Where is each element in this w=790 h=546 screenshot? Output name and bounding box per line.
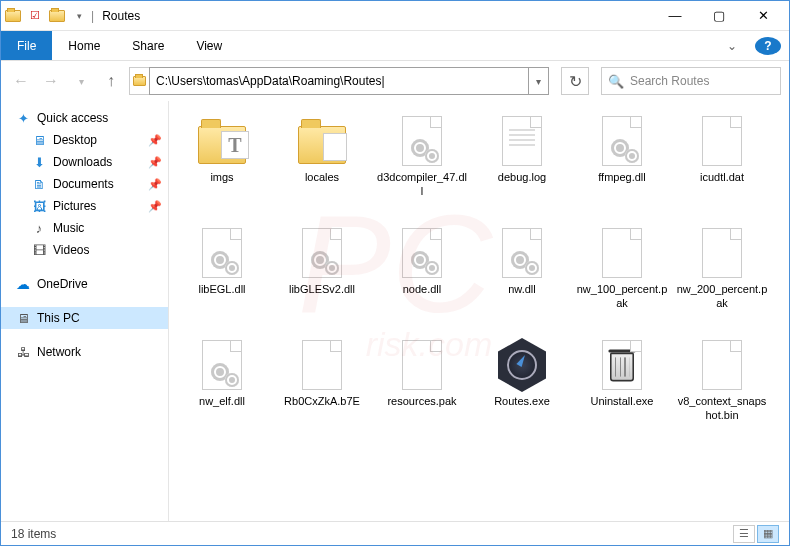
file-item[interactable]: v8_context_snapshot.bin bbox=[673, 335, 771, 443]
file-icon bbox=[196, 227, 248, 279]
sidebar-item-label: Documents bbox=[53, 177, 114, 191]
sidebar-item-onedrive[interactable]: ☁OneDrive bbox=[1, 273, 168, 295]
pin-icon: 📌 bbox=[148, 178, 162, 191]
status-bar: 18 items ☰ ▦ bbox=[1, 521, 789, 545]
file-item[interactable]: Uninstall.exe bbox=[573, 335, 671, 443]
file-icon bbox=[596, 339, 648, 391]
item-count: 18 items bbox=[11, 527, 56, 541]
file-item[interactable]: imgs bbox=[173, 111, 271, 219]
sidebar-item-quick-access[interactable]: ✦Quick access bbox=[1, 107, 168, 129]
file-item[interactable]: node.dll bbox=[373, 223, 471, 331]
file-item[interactable]: nw_elf.dll bbox=[173, 335, 271, 443]
recent-dropdown-icon[interactable]: ▾ bbox=[69, 69, 93, 93]
pin-icon: 📌 bbox=[148, 156, 162, 169]
file-icon bbox=[496, 339, 548, 391]
file-item[interactable]: nw.dll bbox=[473, 223, 571, 331]
file-label: nw_200_percent.pak bbox=[676, 283, 768, 311]
window-title: Routes bbox=[102, 9, 140, 23]
file-item[interactable]: d3dcompiler_47.dll bbox=[373, 111, 471, 219]
file-icon bbox=[696, 115, 748, 167]
file-item[interactable]: Routes.exe bbox=[473, 335, 571, 443]
sidebar-item-label: Pictures bbox=[53, 199, 96, 213]
star-icon: ✦ bbox=[15, 110, 31, 126]
file-label: icudtl.dat bbox=[676, 171, 768, 185]
file-item[interactable]: nw_200_percent.pak bbox=[673, 223, 771, 331]
file-label: nw_elf.dll bbox=[176, 395, 268, 409]
file-icon bbox=[696, 339, 748, 391]
help-icon[interactable]: ? bbox=[755, 37, 781, 55]
file-label: nw_100_percent.pak bbox=[576, 283, 668, 311]
tab-view[interactable]: View bbox=[180, 31, 238, 60]
forward-button[interactable]: → bbox=[39, 69, 63, 93]
file-label: Uninstall.exe bbox=[576, 395, 668, 409]
sidebar-item-downloads[interactable]: ⬇Downloads📌 bbox=[1, 151, 168, 173]
up-button[interactable]: ↑ bbox=[99, 69, 123, 93]
maximize-button[interactable]: ▢ bbox=[697, 2, 741, 30]
pictures-icon: 🖼 bbox=[31, 198, 47, 214]
view-details-button[interactable]: ☰ bbox=[733, 525, 755, 543]
sidebar-item-label: This PC bbox=[37, 311, 80, 325]
sidebar-item-thispc[interactable]: 🖥This PC bbox=[1, 307, 168, 329]
qat-dropdown-icon[interactable]: ▾ bbox=[71, 8, 87, 24]
sidebar-item-pictures[interactable]: 🖼Pictures📌 bbox=[1, 195, 168, 217]
sidebar-item-label: Videos bbox=[53, 243, 89, 257]
file-label: Routes.exe bbox=[476, 395, 568, 409]
file-item[interactable]: locales bbox=[273, 111, 371, 219]
sidebar-item-network[interactable]: 🖧Network bbox=[1, 341, 168, 363]
file-item[interactable]: ffmpeg.dll bbox=[573, 111, 671, 219]
file-item[interactable]: nw_100_percent.pak bbox=[573, 223, 671, 331]
tab-share[interactable]: Share bbox=[116, 31, 180, 60]
file-grid: imgslocalesd3dcompiler_47.dlldebug.logff… bbox=[169, 101, 789, 521]
search-box[interactable]: 🔍 Search Routes bbox=[601, 67, 781, 95]
desktop-icon: 🖥 bbox=[31, 132, 47, 148]
sidebar-item-videos[interactable]: 🎞Videos bbox=[1, 239, 168, 261]
file-icon bbox=[296, 227, 348, 279]
sidebar-item-label: Quick access bbox=[37, 111, 108, 125]
file-label: libEGL.dll bbox=[176, 283, 268, 297]
pc-icon: 🖥 bbox=[15, 310, 31, 326]
file-label: libGLESv2.dll bbox=[276, 283, 368, 297]
ribbon-collapse-icon[interactable]: ⌄ bbox=[717, 31, 747, 60]
sidebar-item-documents[interactable]: 🗎Documents📌 bbox=[1, 173, 168, 195]
navigation-sidebar: ✦Quick access 🖥Desktop📌 ⬇Downloads📌 🗎Doc… bbox=[1, 101, 169, 521]
sidebar-item-label: Downloads bbox=[53, 155, 112, 169]
sidebar-item-music[interactable]: ♪Music bbox=[1, 217, 168, 239]
titlebar-quick-icons: ☑ ▾ bbox=[5, 8, 87, 24]
downloads-icon: ⬇ bbox=[31, 154, 47, 170]
back-button[interactable]: ← bbox=[9, 69, 33, 93]
network-icon: 🖧 bbox=[15, 344, 31, 360]
file-label: imgs bbox=[176, 171, 268, 185]
navigation-bar: ← → ▾ ↑ ▾ ↻ 🔍 Search Routes bbox=[1, 61, 789, 101]
address-bar: ▾ bbox=[129, 67, 549, 95]
file-icon bbox=[296, 339, 348, 391]
window-controls: — ▢ ✕ bbox=[653, 2, 785, 30]
file-icon bbox=[596, 115, 648, 167]
file-item[interactable]: libEGL.dll bbox=[173, 223, 271, 331]
file-item[interactable]: icudtl.dat bbox=[673, 111, 771, 219]
titlebar: ☑ ▾ | Routes — ▢ ✕ bbox=[1, 1, 789, 31]
search-icon: 🔍 bbox=[608, 74, 624, 89]
file-icon bbox=[296, 115, 348, 167]
checkbox-icon[interactable]: ☑ bbox=[27, 8, 43, 24]
documents-icon: 🗎 bbox=[31, 176, 47, 192]
qat-folder-icon bbox=[49, 8, 65, 24]
file-item[interactable]: debug.log bbox=[473, 111, 571, 219]
address-input[interactable] bbox=[149, 67, 529, 95]
file-item[interactable]: resources.pak bbox=[373, 335, 471, 443]
file-label: resources.pak bbox=[376, 395, 468, 409]
sidebar-item-desktop[interactable]: 🖥Desktop📌 bbox=[1, 129, 168, 151]
search-placeholder: Search Routes bbox=[630, 74, 709, 88]
view-icons-button[interactable]: ▦ bbox=[757, 525, 779, 543]
tab-home[interactable]: Home bbox=[52, 31, 116, 60]
close-button[interactable]: ✕ bbox=[741, 2, 785, 30]
file-icon bbox=[496, 115, 548, 167]
file-item[interactable]: libGLESv2.dll bbox=[273, 223, 371, 331]
minimize-button[interactable]: — bbox=[653, 2, 697, 30]
file-label: ffmpeg.dll bbox=[576, 171, 668, 185]
tab-file[interactable]: File bbox=[1, 31, 52, 60]
address-dropdown-icon[interactable]: ▾ bbox=[529, 67, 549, 95]
refresh-button[interactable]: ↻ bbox=[561, 67, 589, 95]
pin-icon: 📌 bbox=[148, 134, 162, 147]
cloud-icon: ☁ bbox=[15, 276, 31, 292]
file-item[interactable]: Rb0CxZkA.b7E bbox=[273, 335, 371, 443]
